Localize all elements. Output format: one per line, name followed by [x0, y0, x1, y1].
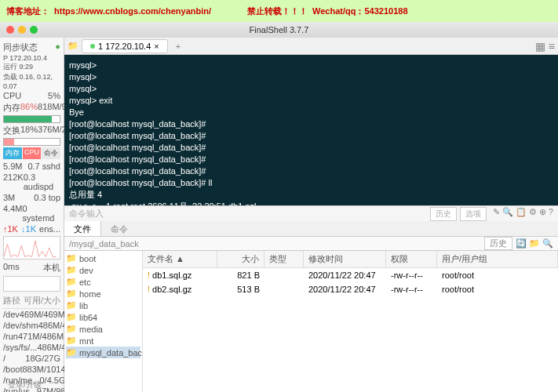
blog-banner: 博客地址： https://www.cnblogs.com/chenyanbin…: [0, 0, 558, 22]
folder-icon[interactable]: 📁: [67, 41, 78, 51]
window-title: FinalShell 3.7.7: [250, 25, 309, 34]
window-titlebar: FinalShell 3.7.7: [0, 22, 558, 38]
net-if: ens...: [39, 224, 60, 234]
sync-dot: ●: [55, 42, 60, 53]
close-tab-icon[interactable]: ×: [154, 42, 159, 51]
status-dot-icon: [90, 44, 95, 49]
tree-node[interactable]: 📁mnt: [66, 335, 140, 347]
session-tab[interactable]: 1 172.20.10.4 ×: [82, 39, 168, 53]
path-hdr-1: 可用/大小: [24, 295, 60, 307]
folder-icon: 📁: [66, 265, 77, 275]
terminal[interactable]: mysql>mysql>mysql>mysql> exitBye[root@lo…: [64, 55, 558, 205]
cmd-placeholder[interactable]: 命令输入: [69, 208, 104, 220]
terminal-line: [root@localhost mysql_data_back]#: [69, 142, 553, 154]
blog-prefix: 博客地址：: [6, 5, 49, 17]
swap-pct: 18%: [20, 125, 38, 136]
file-row[interactable]: ! db2.sql.gz513 B2020/11/22 20:47-rw-r--…: [143, 282, 558, 296]
mem-pct: 86%: [20, 102, 38, 114]
speed-lbl: 0ms: [3, 262, 20, 274]
path-row: /dev/shm486M/486M: [3, 320, 60, 331]
tree-node[interactable]: 📁lib64: [66, 311, 140, 323]
tab-mem-button[interactable]: 内存: [3, 147, 22, 159]
command-input-bar: 命令输入 历史 选项 ✎ 🔍 📋 ⚙ ⊕ ?: [64, 205, 558, 221]
folder-icon: 📁: [66, 312, 77, 322]
host-lbl: 本机: [43, 262, 60, 274]
session-tabbar: 📁 1 172.20.10.4 × + ▦ ≡: [64, 38, 558, 55]
net-up: ↑1K: [3, 224, 18, 234]
tree-node[interactable]: 📁boot: [66, 252, 140, 264]
terminal-line: -rw-r--r--. 1 root root 2686 11月 22 20:5…: [69, 201, 553, 205]
tab-file[interactable]: 文件: [64, 221, 101, 236]
hdr-name[interactable]: 文件名 ▲: [143, 251, 217, 267]
proc-row: 5.9M0.7 sshd: [3, 161, 60, 172]
latency-chart: [3, 276, 60, 292]
cpu-label: CPU: [3, 91, 21, 100]
maximize-icon[interactable]: [30, 26, 38, 34]
terminal-line: [root@localhost mysql_data_back]#: [69, 118, 553, 130]
tab-command[interactable]: 命令: [101, 221, 137, 236]
folder-icon: 📁: [66, 336, 77, 346]
warn-icon: !: [148, 285, 150, 294]
folder-icon: 📁: [66, 289, 77, 299]
sync-label: 同步状态: [3, 42, 38, 53]
current-path[interactable]: /mysql_data_back: [69, 239, 139, 249]
terminal-line: mysql>: [69, 83, 553, 95]
tree-node[interactable]: 📁mysql_data_back: [66, 347, 140, 358]
toolbar-icons[interactable]: ✎ 🔍 📋 ⚙ ⊕ ?: [493, 207, 553, 221]
terminal-line: [root@localhost mysql_data_back]#: [69, 154, 553, 165]
tab-cmd-button[interactable]: 命令: [42, 147, 60, 159]
tree-node[interactable]: 📁lib: [66, 299, 140, 311]
network-chart: [3, 236, 60, 260]
add-tab-button[interactable]: +: [171, 42, 185, 51]
net-dn: ↓1K: [21, 224, 36, 234]
tree-node[interactable]: 📁media: [66, 323, 140, 335]
mem-label: 内存: [3, 102, 20, 114]
file-row[interactable]: ! db1.sql.gz821 B2020/11/22 20:47-rw-r--…: [143, 268, 558, 282]
hdr-size[interactable]: 大小: [217, 251, 264, 267]
load-label: 负载 0.16, 0.12, 0.07: [3, 72, 60, 90]
hdr-type[interactable]: 类型: [264, 251, 304, 267]
proc-row: 4.4M0 systemd: [3, 203, 60, 223]
tree-node[interactable]: 📁etc: [66, 276, 140, 288]
folder-icon: 📁: [66, 347, 77, 358]
hdr-mtime[interactable]: 修改时间: [304, 251, 386, 267]
traffic-lights[interactable]: [6, 26, 38, 34]
path-bar: /mysql_data_back 历史 🔄 📁 🔍: [64, 237, 558, 251]
session-ip: 1 172.20.10.4: [98, 42, 151, 51]
path-history-button[interactable]: 历史: [484, 237, 512, 250]
folder-tree[interactable]: 📁boot📁dev📁etc📁home📁lib📁lib64📁media📁mnt📁m…: [64, 251, 143, 392]
cpu-pct: 5%: [48, 91, 60, 100]
file-list-header[interactable]: 文件名 ▲ 大小 类型 修改时间 权限 用户/用户组: [143, 251, 558, 268]
login-link[interactable]: 登录/升级: [8, 379, 42, 390]
path-row: /dev469M/469M: [3, 309, 60, 320]
folder-icon: 📁: [66, 253, 77, 263]
folder-icon: 📁: [66, 324, 77, 334]
proc-row: 3M0.3 top: [3, 192, 60, 203]
minimize-icon[interactable]: [18, 26, 26, 34]
tree-node[interactable]: 📁home: [66, 288, 140, 299]
system-sidebar: 同步状态● P 172.20.10.4 运行 9:29 负载 0.16, 0.1…: [0, 38, 64, 392]
ip-label: P 172.20.10.4: [3, 54, 60, 62]
close-icon[interactable]: [6, 26, 14, 34]
terminal-line: 总用量 4: [69, 189, 553, 201]
tree-node[interactable]: 📁dev: [66, 264, 140, 276]
hdr-owner[interactable]: 用户/用户组: [437, 251, 558, 267]
folder-icon: 📁: [66, 277, 77, 287]
options-button[interactable]: 选项: [460, 207, 487, 221]
file-tabs: 文件 命令: [64, 221, 558, 237]
tab-cpu-button[interactable]: CPU: [23, 147, 42, 159]
warn-icon: !: [148, 270, 150, 280]
path-row: /sys/fs/...486M/486M: [3, 342, 60, 353]
terminal-line: mysql> exit: [69, 95, 553, 107]
swap-bar: [3, 138, 60, 146]
proc-row: 212K0.3 audispd: [3, 172, 60, 192]
history-button[interactable]: 历史: [430, 207, 457, 221]
terminal-line: mysql>: [69, 60, 553, 71]
hdr-perm[interactable]: 权限: [386, 251, 437, 267]
path-row: /boot883M/1014M: [3, 364, 60, 375]
terminal-line: mysql>: [69, 71, 553, 83]
path-row: /run471M/486M: [3, 331, 60, 342]
path-tools[interactable]: 🔄 📁 🔍: [516, 238, 553, 249]
grid-icon[interactable]: ▦ ≡: [535, 40, 555, 53]
swap-label: 交换: [3, 125, 20, 136]
